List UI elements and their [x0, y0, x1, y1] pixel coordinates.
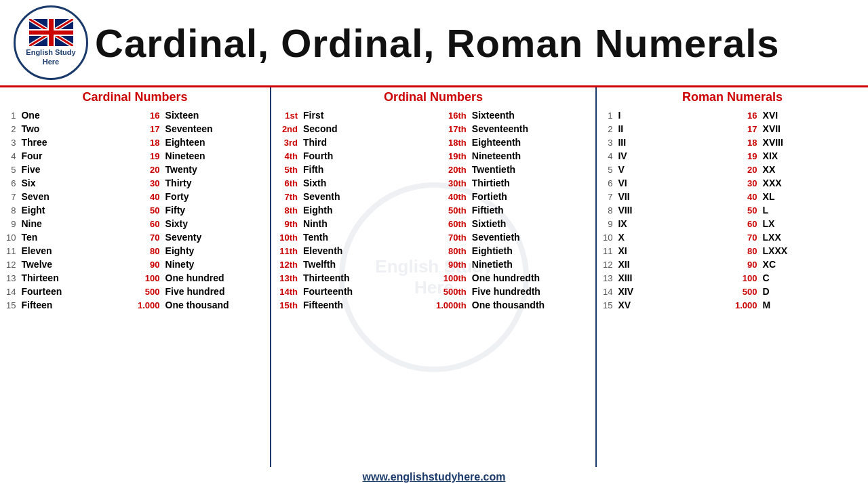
roman-row: 1.000M [732, 298, 865, 312]
cardinal-row: 90Ninety [135, 258, 267, 271]
ordinal-row: 6thSixth [275, 176, 433, 190]
cardinal-row: 13Thirteen [3, 271, 135, 285]
roman-row: 1I [600, 108, 732, 122]
cardinal-row: 5Five [3, 163, 135, 176]
ordinal-row: 100thOne hundredth [433, 271, 592, 285]
ordinal-row: 15thFifteenth [275, 298, 433, 312]
ordinal-row: 1stFirst [275, 108, 433, 122]
ordinal-row: 11thEleventh [275, 244, 433, 258]
header: English Study Here Cardinal, Ordinal, Ro… [0, 0, 868, 87]
logo: English Study Here [14, 5, 88, 80]
ordinal-row: 8thEighth [275, 203, 433, 217]
cardinal-row: 100One hundred [135, 271, 267, 285]
ordinal-row: 10thTenth [275, 230, 433, 244]
roman-row: 70LXX [732, 230, 865, 244]
ordinal-section: Ordinal Numbers 1stFirst2ndSecond3rdThir… [271, 87, 597, 467]
roman-row: 2II [600, 122, 732, 136]
cardinal-title: Cardinal Numbers [3, 87, 267, 108]
ordinal-row: 19thNineteenth [433, 149, 592, 163]
roman-row: 500D [732, 285, 865, 298]
roman-row: 12XII [600, 258, 732, 271]
roman-row: 8VIII [600, 203, 732, 217]
ordinal-row: 30thThirtieth [433, 176, 592, 190]
ordinal-row: 13thThirteenth [275, 271, 433, 285]
roman-row: 3III [600, 136, 732, 149]
page-title: Cardinal, Ordinal, Roman Numerals [95, 20, 780, 66]
roman-row: 19XIX [732, 149, 865, 163]
ordinal-title: Ordinal Numbers [275, 87, 592, 108]
roman-row: 100C [732, 271, 865, 285]
cardinal-row: 7Seven [3, 190, 135, 203]
ordinal-row: 1.000thOne thousandth [433, 298, 592, 312]
roman-row: 16XVI [732, 108, 865, 122]
cardinal-row: 20Twenty [135, 163, 267, 176]
cardinal-row: 12Twelve [3, 258, 135, 271]
ordinal-row: 3rdThird [275, 136, 433, 149]
ordinal-row: 14thFourteenth [275, 285, 433, 298]
cardinal-row: 70Seventy [135, 230, 267, 244]
roman-row: 5V [600, 163, 732, 176]
cardinal-row: 3Three [3, 136, 135, 149]
cardinal-row: 1.000One thousand [135, 298, 267, 312]
roman-row: 90XC [732, 258, 865, 271]
roman-row: 40XL [732, 190, 865, 203]
roman-row: 17XVII [732, 122, 865, 136]
ordinal-row: 70thSeventieth [433, 230, 592, 244]
roman-row: 7VII [600, 190, 732, 203]
ordinal-row: 60thSixtieth [433, 217, 592, 230]
ordinal-row: 40thFortieth [433, 190, 592, 203]
ordinal-row: 16thSixteenth [433, 108, 592, 122]
roman-row: 10X [600, 230, 732, 244]
roman-row: 15XV [600, 298, 732, 312]
ordinal-row: 50thFiftieth [433, 203, 592, 217]
roman-row: 6VI [600, 176, 732, 190]
cardinal-row: 10Ten [3, 230, 135, 244]
cardinal-row: 60Sixty [135, 217, 267, 230]
cardinal-row: 6Six [3, 176, 135, 190]
cardinal-row: 18Eighteen [135, 136, 267, 149]
roman-row: 18XVIII [732, 136, 865, 149]
ordinal-row: 7thSeventh [275, 190, 433, 203]
roman-row: 4IV [600, 149, 732, 163]
logo-text: English Study Here [26, 48, 75, 66]
ordinal-row: 80thEightieth [433, 244, 592, 258]
roman-row: 60LX [732, 217, 865, 230]
cardinal-row: 30Thirty [135, 176, 267, 190]
cardinal-row: 9Nine [3, 217, 135, 230]
footer-website[interactable]: www.englishstudyhere.com [0, 470, 868, 485]
cardinal-row: 1One [3, 108, 135, 122]
ordinal-row: 9thNinth [275, 217, 433, 230]
roman-row: 13XIII [600, 271, 732, 285]
cardinal-row: 15Fifteen [3, 298, 135, 312]
ordinal-row: 18thEighteenth [433, 136, 592, 149]
cardinal-row: 50Fifty [135, 203, 267, 217]
ordinal-row: 4thFourth [275, 149, 433, 163]
logo-flag [29, 19, 73, 46]
ordinal-row: 20thTwentieth [433, 163, 592, 176]
roman-row: 50L [732, 203, 865, 217]
cardinal-row: 14Fourteen [3, 285, 135, 298]
svg-rect-8 [29, 30, 73, 35]
cardinal-row: 2Two [3, 122, 135, 136]
cardinal-row: 8Eight [3, 203, 135, 217]
roman-row: 11XI [600, 244, 732, 258]
roman-row: 80LXXX [732, 244, 865, 258]
ordinal-row: 12thTwelfth [275, 258, 433, 271]
roman-row: 14XIV [600, 285, 732, 298]
cardinal-row: 40Forty [135, 190, 267, 203]
cardinal-row: 16Sixteen [135, 108, 267, 122]
cardinal-row: 4Four [3, 149, 135, 163]
roman-row: 30XXX [732, 176, 865, 190]
roman-row: 20XX [732, 163, 865, 176]
cardinal-row: 19Nineteen [135, 149, 267, 163]
cardinal-row: 11Eleven [3, 244, 135, 258]
cardinal-section: Cardinal Numbers 1One2Two3Three4Four5Fiv… [0, 87, 271, 467]
cardinal-row: 80Eighty [135, 244, 267, 258]
ordinal-row: 2ndSecond [275, 122, 433, 136]
ordinal-row: 17thSeventeenth [433, 122, 592, 136]
ordinal-row: 90thNinetieth [433, 258, 592, 271]
roman-row: 9IX [600, 217, 732, 230]
cardinal-row: 500Five hundred [135, 285, 267, 298]
roman-title: Roman Numerals [600, 87, 865, 108]
ordinal-row: 5thFifth [275, 163, 433, 176]
